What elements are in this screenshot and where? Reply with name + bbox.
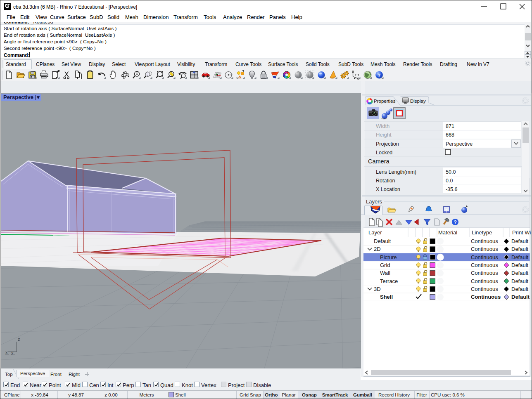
svg-text:z: z [18,337,20,342]
svg-text:Locked: Locked [376,150,392,156]
svg-text:-35.6: -35.6 [446,187,458,192]
svg-text:Properties: Properties [374,99,396,104]
svg-text:Rotation: Rotation [376,178,395,184]
svg-text:?: ? [378,72,381,78]
svg-text:3D: 3D [374,286,381,292]
svg-text:2D: 2D [374,246,381,252]
svg-text:x: x [5,350,8,355]
svg-text:Terrace: Terrace [380,278,398,284]
svg-text:Layer: Layer [368,229,382,236]
svg-text:Default: Default [374,238,391,244]
svg-text:871: 871 [446,123,454,129]
svg-text:0.0: 0.0 [446,178,453,184]
svg-text:Wall: Wall [380,270,390,276]
svg-text:Continuous: Continuous [471,246,498,252]
svg-text:Continuous: Continuous [471,270,498,276]
svg-text:50.0: 50.0 [446,169,456,175]
svg-text:Default: Default [511,270,529,276]
svg-text:Default: Default [511,286,529,292]
svg-text:Height: Height [376,132,392,138]
svg-text:Picture: Picture [380,254,397,260]
svg-text:Continuous: Continuous [471,278,498,284]
svg-text:Grid: Grid [380,262,390,268]
svg-text:Default: Default [511,262,529,268]
svg-text:Continuous: Continuous [471,294,501,300]
svg-text:Shell: Shell [380,294,393,300]
svg-text:Continuous: Continuous [471,254,498,260]
svg-text:Width: Width [376,123,390,129]
svg-text:Projection: Projection [376,141,399,147]
svg-text:Default: Default [511,294,530,300]
svg-text:Camera: Camera [368,158,390,165]
svg-text:Perspective: Perspective [446,141,473,147]
svg-text:Linetype: Linetype [472,229,492,236]
svg-text:y: y [11,350,14,355]
svg-text:Continuous: Continuous [471,238,498,244]
svg-text:Layers: Layers [366,198,382,205]
svg-text:Lens Length(mm): Lens Length(mm) [376,169,416,175]
svg-text:Default: Default [511,246,529,252]
svg-text:?: ? [445,209,448,213]
svg-text:Display: Display [410,99,426,104]
svg-text:Default: Default [511,254,529,260]
svg-text:X Location: X Location [376,187,400,192]
svg-text:?: ? [454,220,457,225]
svg-text:Default: Default [511,238,529,244]
svg-text:Continuous: Continuous [471,262,498,268]
svg-text:668: 668 [446,132,454,138]
svg-text:Material: Material [438,229,457,236]
svg-text:Print Wid: Print Wid [512,229,531,236]
svg-text:Continuous: Continuous [471,286,498,292]
svg-text:Default: Default [511,278,529,284]
